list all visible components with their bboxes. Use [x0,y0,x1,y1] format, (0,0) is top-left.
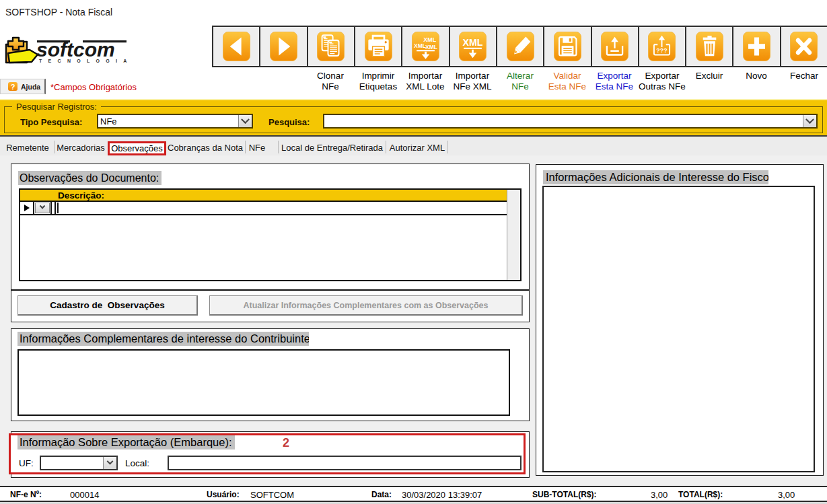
svg-text:TECNOLOGIA: TECNOLOGIA [39,59,133,63]
svg-text:XML: XML [425,44,438,50]
svg-text:XML: XML [463,37,483,48]
svg-text:XML: XML [414,42,427,49]
svg-text:???: ??? [657,46,668,53]
svg-text:softcom: softcom [36,38,115,61]
